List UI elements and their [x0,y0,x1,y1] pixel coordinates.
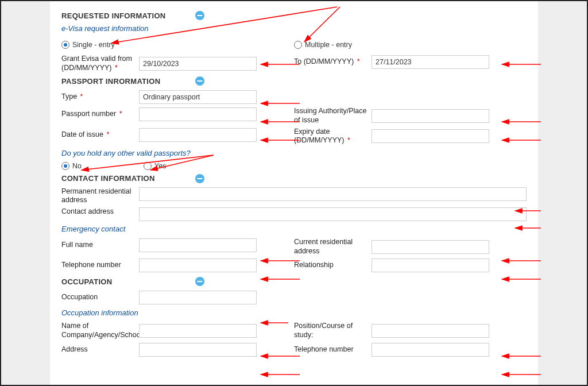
input-address[interactable] [139,343,257,357]
input-telephone2[interactable] [372,343,489,357]
input-valid-to[interactable]: 27/11/2023 [372,55,489,69]
section-contact-title: CONTACT INFORMATION [61,174,155,183]
label-valid-from: Grant Evisa valid from (DD/MM/YYYY) * [61,55,139,72]
subhead-evisa: e-Visa request information [61,24,527,33]
form-page: REQUESTED INFORMATION e-Visa request inf… [50,1,538,385]
label-telephone2: Telephone number [294,345,372,354]
collapse-icon[interactable] [195,276,205,287]
section-passport: PASSPORT INRORMATION [61,76,527,86]
input-expiry-date[interactable] [372,129,489,143]
collapse-icon[interactable] [195,10,205,21]
radio-no-label: No [72,162,82,170]
label-issuing-authority: Issuing Authority/Place of issue [294,107,372,125]
radio-yes-label: Yes [154,162,166,170]
radio-dot-icon [144,162,152,170]
input-perm-addr[interactable] [139,187,527,201]
radio-dot-icon [61,41,69,49]
radio-yes[interactable]: Yes [144,162,166,170]
label-perm-addr: Permanent residential address [61,187,139,205]
label-telephone: Telephone number [61,261,139,270]
input-contact-addr[interactable] [139,207,527,221]
svg-rect-3 [198,80,203,82]
radio-dot-icon [294,41,302,49]
label-company: Name of Company/Agency/School [61,322,139,339]
input-issuing-authority[interactable] [372,109,489,123]
label-expiry-date: Expiry date (DD/MM/YYYY) * [294,128,372,145]
input-type[interactable]: Ordinary passport [139,90,257,104]
input-valid-from[interactable]: 29/10/2023 [139,57,257,71]
label-passport-number: Passport number * [61,110,139,119]
label-relationship: Relationship [294,261,372,270]
radio-multiple-entry-label: Multiple - entry [305,41,352,49]
input-relationship[interactable] [372,258,489,272]
label-address: Address [61,345,139,354]
input-curr-addr[interactable] [372,240,489,254]
label-type: Type * [61,92,139,102]
svg-rect-5 [198,178,203,179]
input-full-name[interactable] [139,238,257,252]
radio-dot-icon [61,162,69,170]
subhead-occ-info: Occupation information [61,308,527,317]
label-curr-addr: Current residential address [294,238,372,256]
svg-rect-1 [198,15,203,16]
radio-multiple-entry[interactable]: Multiple - entry [294,41,352,49]
section-contact: CONTACT INFORMATION [61,173,527,184]
svg-rect-7 [198,281,203,282]
section-occupation: OCCUPATION [61,276,527,287]
input-date-of-issue[interactable] [139,128,257,142]
section-passport-title: PASSPORT INRORMATION [61,77,160,86]
subhead-emergency: Emergency contact [61,225,527,233]
radio-no[interactable]: No [61,162,82,170]
label-full-name: Full name [61,241,139,250]
label-contact-addr: Contact address [61,207,139,217]
section-requested: REQUESTED INFORMATION [61,10,527,21]
input-company[interactable] [139,324,257,338]
collapse-icon[interactable] [195,76,205,86]
label-valid-to: To (DD/MM/YYYY) * [294,57,372,67]
radio-single-entry-label: Single - entry [72,41,115,49]
label-occupation: Occupation [61,293,139,302]
collapse-icon[interactable] [195,173,205,184]
input-passport-number[interactable] [139,107,257,121]
input-position[interactable] [372,324,489,338]
input-occupation[interactable] [139,291,257,304]
section-requested-title: REQUESTED INFORMATION [61,11,166,20]
radio-single-entry[interactable]: Single - entry [61,41,115,49]
section-occupation-title: OCCUPATION [61,277,112,286]
label-date-of-issue: Date of issue * [61,130,139,140]
subhead-other-passports: Do you hold any other valid passports? [61,149,527,157]
label-position: Position/Course of study: [294,322,372,339]
input-telephone[interactable] [139,258,257,272]
